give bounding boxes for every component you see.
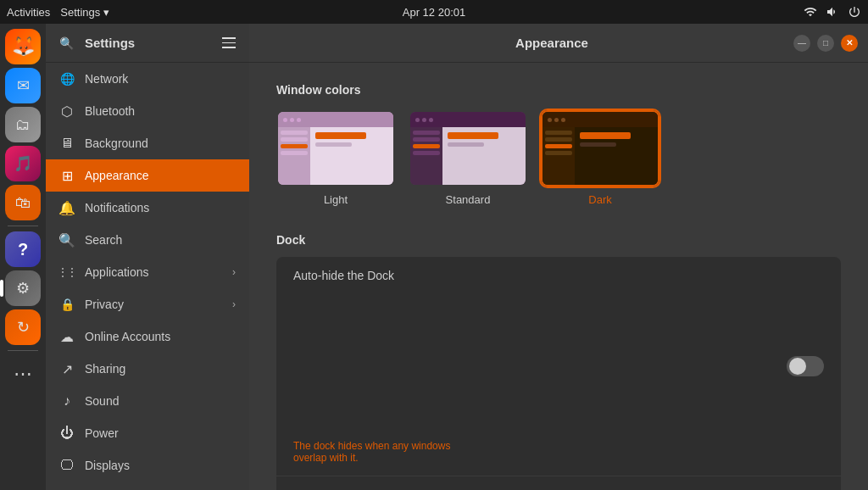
- dock-icon-help[interactable]: ?: [5, 231, 41, 267]
- applications-icon: ⋮⋮: [59, 264, 75, 280]
- preview-bar2: [315, 142, 352, 147]
- color-option-standard[interactable]: Standard: [409, 110, 527, 206]
- sidebar-row: [281, 131, 308, 135]
- minimize-button[interactable]: —: [793, 35, 810, 52]
- sidebar-item-bluetooth[interactable]: ⬡ Bluetooth: [46, 95, 249, 127]
- close-button[interactable]: ✕: [841, 35, 858, 52]
- sidebar-item-sharing[interactable]: ↗ Sharing: [46, 353, 249, 385]
- sidebar-row: [281, 151, 308, 155]
- sidebar-item-label: Power: [85, 426, 236, 440]
- network-icon: 🌐: [59, 71, 75, 86]
- sharing-icon: ↗: [59, 361, 75, 376]
- content-area: Appearance — □ ✕ Window colors: [249, 24, 868, 490]
- sidebar-row: [545, 151, 572, 155]
- preview-bar: [448, 132, 498, 139]
- sidebar-row: [281, 144, 308, 148]
- light-sidebar: [278, 127, 310, 185]
- sidebar-item-search[interactable]: 🔍 Search: [46, 224, 249, 256]
- preview-dot: [554, 118, 559, 122]
- color-label-light: Light: [324, 193, 348, 206]
- sidebar-item-appearance[interactable]: ⊞ Appearance: [46, 159, 249, 192]
- sidebar-row: [413, 151, 440, 155]
- sidebar-item-label: Notifications: [85, 201, 236, 214]
- sidebar-item-label: Online Accounts: [85, 330, 236, 343]
- dark-theme-preview: [542, 112, 658, 185]
- dock-icon-apps[interactable]: ⋯: [5, 356, 41, 392]
- dark-sidebar: [542, 127, 575, 185]
- sidebar-search-button[interactable]: 🔍: [54, 31, 78, 55]
- sidebar-item-network[interactable]: 🌐 Network: [46, 63, 249, 95]
- color-option-dark[interactable]: Dark: [541, 110, 659, 206]
- sidebar-item-power[interactable]: ⏻ Power: [46, 417, 249, 449]
- dock-icon-updates[interactable]: ↻: [5, 309, 41, 345]
- auto-hide-label-group: Auto-hide the Dock The dock hides when a…: [293, 269, 463, 464]
- sidebar-item-notifications[interactable]: 🔔 Notifications: [46, 192, 249, 224]
- sidebar-row: [545, 144, 572, 148]
- hamburger-line-3: [222, 47, 236, 48]
- power-icon: ⏻: [59, 426, 75, 441]
- sidebar-item-label: Displays: [85, 459, 236, 472]
- dock-icon-thunderbird[interactable]: ✉: [5, 68, 41, 103]
- dock-icon-rhythmbox[interactable]: 🎵: [5, 146, 41, 181]
- topbar-left: Activities Settings ▾: [7, 6, 109, 19]
- auto-hide-label: Auto-hide the Dock: [293, 269, 463, 438]
- auto-hide-row: Auto-hide the Dock The dock hides when a…: [276, 257, 841, 476]
- sidebar-item-privacy[interactable]: 🔒 Privacy ›: [46, 288, 249, 320]
- chevron-right-icon: ›: [232, 298, 236, 310]
- sidebar-row: [545, 131, 572, 135]
- sidebar-item-label: Network: [85, 72, 236, 86]
- light-content-area: [278, 127, 393, 185]
- color-option-light[interactable]: Light: [276, 110, 395, 206]
- dock-icon-settings[interactable]: ⚙: [5, 270, 41, 306]
- content-title: Appearance: [310, 36, 793, 50]
- sidebar-item-label: Appearance: [85, 169, 236, 182]
- sidebar-item-label: Background: [85, 136, 236, 150]
- sidebar-item-sound[interactable]: ♪ Sound: [46, 385, 249, 417]
- color-preview-dark: [541, 110, 659, 187]
- sidebar-row: [413, 137, 440, 142]
- sidebar-item-displays[interactable]: 🖵 Displays: [46, 449, 249, 482]
- auto-hide-sublabel: The dock hides when any windows overlap …: [293, 440, 463, 464]
- sidebar-item-applications[interactable]: ⋮⋮ Applications ›: [46, 256, 249, 288]
- standard-content-area: [410, 127, 526, 185]
- standard-titlebar-preview: [410, 112, 526, 127]
- preview-dot: [429, 118, 433, 122]
- displays-icon: 🖵: [59, 458, 75, 473]
- toggle-knob: [789, 358, 806, 375]
- dark-titlebar-preview: [542, 112, 658, 127]
- window-colors-title: Window colors: [276, 83, 841, 97]
- light-main: [310, 127, 393, 185]
- window-controls: — □ ✕: [793, 35, 858, 52]
- dark-content-area: [542, 127, 658, 185]
- preview-dot: [415, 118, 420, 122]
- search-icon: 🔍: [59, 232, 75, 248]
- preview-dot: [422, 118, 426, 122]
- content-titlebar: Appearance — □ ✕: [249, 24, 868, 63]
- network-icon: [804, 5, 817, 19]
- bluetooth-icon: ⬡: [59, 103, 75, 119]
- dark-main: [575, 127, 658, 185]
- sidebar-item-mouse-touchpad[interactable]: 🖱 Mouse & Touchpad: [46, 482, 249, 490]
- dock-icon-firefox[interactable]: 🦊: [5, 29, 41, 64]
- sidebar-item-label: Privacy: [85, 298, 222, 311]
- sidebar-item-background[interactable]: 🖥 Background: [46, 127, 249, 159]
- dock-icon-software[interactable]: 🛍: [5, 185, 41, 220]
- dock-separator: [8, 226, 38, 226]
- topbar-right: [804, 5, 861, 19]
- window-colors-row: Light: [276, 110, 841, 206]
- topbar-datetime: Apr 12 20:01: [403, 6, 465, 19]
- color-preview-light: [276, 110, 395, 187]
- settings-menu-button[interactable]: Settings ▾: [60, 6, 109, 19]
- power-icon: [848, 5, 861, 19]
- app-dock: 🦊 ✉ 🗂 🎵 🛍 ? ⚙ ↻ ⋯: [0, 24, 46, 490]
- sidebar-item-online-accounts[interactable]: ☁ Online Accounts: [46, 320, 249, 353]
- preview-dot: [561, 118, 565, 122]
- hamburger-line-2: [222, 42, 236, 44]
- sidebar-menu-button[interactable]: [217, 31, 241, 55]
- activities-button[interactable]: Activities: [7, 6, 50, 19]
- auto-hide-toggle[interactable]: [787, 356, 824, 376]
- dock-section-title: Dock: [276, 233, 841, 247]
- dock-icon-files[interactable]: 🗂: [5, 107, 41, 142]
- maximize-button[interactable]: □: [817, 35, 834, 52]
- sidebar-title: Settings: [85, 36, 210, 50]
